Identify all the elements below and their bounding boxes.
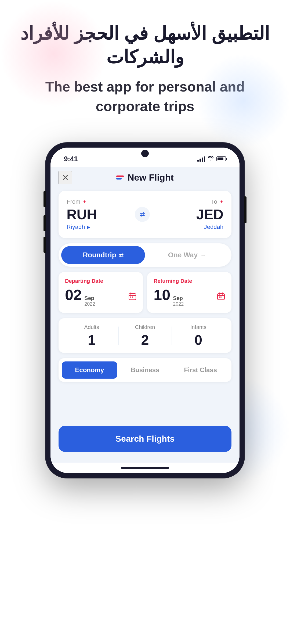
returning-calendar-icon bbox=[217, 292, 225, 302]
adults-col[interactable]: Adults 1 bbox=[65, 324, 118, 347]
returning-date-label: Returning Date bbox=[154, 278, 225, 284]
svg-rect-1 bbox=[130, 297, 131, 298]
to-side: To ✈ JED Jeddah bbox=[161, 198, 224, 230]
infants-label: Infants bbox=[172, 324, 225, 330]
close-button[interactable]: ✕ bbox=[59, 171, 72, 184]
one-way-label: One Way bbox=[168, 251, 198, 259]
departing-date-left: 02 Sep 2022 bbox=[65, 287, 95, 307]
header-section: التطبيق الأسهل في الحجز للأفراد والشركات… bbox=[0, 0, 290, 127]
from-side: From ✈ RUH Riyadh ▶ bbox=[67, 198, 129, 230]
roundtrip-label: Roundtrip bbox=[83, 251, 116, 259]
to-label: To ✈ bbox=[211, 198, 223, 205]
departing-calendar-icon bbox=[128, 292, 136, 302]
top-bar: ✕ New Flight bbox=[59, 172, 231, 183]
first-class-label: First Class bbox=[184, 366, 217, 374]
camera-notch bbox=[141, 150, 149, 157]
title-area: New Flight bbox=[116, 172, 174, 183]
swap-button[interactable]: ⇄ bbox=[135, 207, 150, 222]
returning-month-year: Sep 2022 bbox=[173, 295, 184, 307]
children-col[interactable]: Children 2 bbox=[118, 324, 172, 347]
app-content: ✕ New Flight bbox=[50, 167, 240, 463]
business-class-label: Business bbox=[131, 366, 160, 374]
returning-year: 2022 bbox=[173, 301, 184, 307]
phone-screen: 9:41 bbox=[50, 148, 240, 473]
returning-month: Sep bbox=[173, 295, 184, 301]
infants-col[interactable]: Infants 0 bbox=[172, 324, 225, 347]
battery-icon bbox=[216, 156, 226, 161]
vertical-divider bbox=[158, 204, 158, 225]
one-way-option[interactable]: One Way → bbox=[145, 246, 229, 264]
from-label: From ✈ bbox=[67, 198, 129, 205]
svg-rect-5 bbox=[220, 297, 222, 298]
class-selector: Economy Business First Class bbox=[59, 358, 231, 382]
economy-class-label: Economy bbox=[75, 366, 104, 374]
from-code: RUH bbox=[67, 207, 129, 221]
app-logo-icon bbox=[116, 175, 124, 180]
roundtrip-icon: ⇄ bbox=[119, 252, 124, 258]
children-count: 2 bbox=[118, 333, 172, 347]
search-flights-button[interactable]: Search Flights bbox=[59, 426, 231, 452]
close-icon: ✕ bbox=[62, 173, 69, 183]
page-wrapper: التطبيق الأسهل في الحجز للأفراد والشركات… bbox=[0, 0, 290, 644]
roundtrip-option[interactable]: Roundtrip ⇄ bbox=[61, 246, 145, 264]
status-time: 9:41 bbox=[64, 155, 78, 163]
passengers-card: Adults 1 Children 2 Infants 0 bbox=[59, 318, 231, 353]
svg-rect-4 bbox=[219, 297, 220, 298]
spacer bbox=[59, 388, 231, 420]
economy-class-option[interactable]: Economy bbox=[62, 361, 117, 379]
first-class-option[interactable]: First Class bbox=[173, 361, 228, 379]
phone-frame: 9:41 bbox=[46, 143, 244, 478]
returning-date-card[interactable]: Returning Date 10 Sep 2022 bbox=[147, 272, 231, 313]
departing-date-card[interactable]: Departing Date 02 Sep 2022 bbox=[59, 272, 143, 313]
returning-date-content: 10 Sep 2022 bbox=[154, 287, 225, 307]
to-code: JED bbox=[196, 207, 223, 221]
departing-date-content: 02 Sep 2022 bbox=[65, 287, 136, 307]
trip-type-toggle: Roundtrip ⇄ One Way → bbox=[59, 243, 231, 267]
english-subtitle: The best app for personal and corporate … bbox=[16, 77, 274, 116]
location-arrow-icon: ▶ bbox=[87, 225, 90, 230]
arabic-title: التطبيق الأسهل في الحجز للأفراد والشركات bbox=[16, 21, 274, 69]
departing-year: 2022 bbox=[84, 301, 95, 307]
route-card: From ✈ RUH Riyadh ▶ ⇄ bbox=[59, 191, 231, 238]
wifi-icon bbox=[208, 155, 214, 162]
home-bar bbox=[121, 467, 169, 469]
dates-row: Departing Date 02 Sep 2022 bbox=[59, 272, 231, 313]
battery-fill bbox=[218, 158, 223, 160]
departing-date-label: Departing Date bbox=[65, 278, 136, 284]
adults-label: Adults bbox=[65, 324, 118, 330]
infants-count: 0 bbox=[172, 333, 225, 347]
svg-rect-2 bbox=[132, 297, 133, 298]
from-city: Riyadh ▶ bbox=[67, 224, 129, 230]
home-indicator bbox=[50, 463, 240, 473]
children-label: Children bbox=[118, 324, 172, 330]
phone-container: 9:41 bbox=[46, 143, 244, 478]
adults-count: 1 bbox=[65, 333, 118, 347]
returning-day: 10 bbox=[154, 287, 170, 302]
departing-month: Sep bbox=[84, 295, 95, 301]
page-title: New Flight bbox=[128, 172, 174, 183]
signal-bars-icon bbox=[197, 156, 205, 162]
status-icons bbox=[197, 155, 226, 162]
returning-date-left: 10 Sep 2022 bbox=[154, 287, 184, 307]
from-plane-icon: ✈ bbox=[82, 199, 86, 205]
departing-month-year: Sep 2022 bbox=[84, 295, 95, 307]
business-class-option[interactable]: Business bbox=[117, 361, 173, 379]
swap-icon: ⇄ bbox=[140, 211, 145, 218]
to-plane-icon: ✈ bbox=[219, 199, 223, 205]
departing-day: 02 bbox=[65, 287, 82, 302]
to-city: Jeddah bbox=[204, 224, 223, 230]
route-divider: ⇄ bbox=[129, 207, 155, 222]
one-way-icon: → bbox=[200, 252, 206, 258]
status-bar: 9:41 bbox=[50, 148, 240, 167]
